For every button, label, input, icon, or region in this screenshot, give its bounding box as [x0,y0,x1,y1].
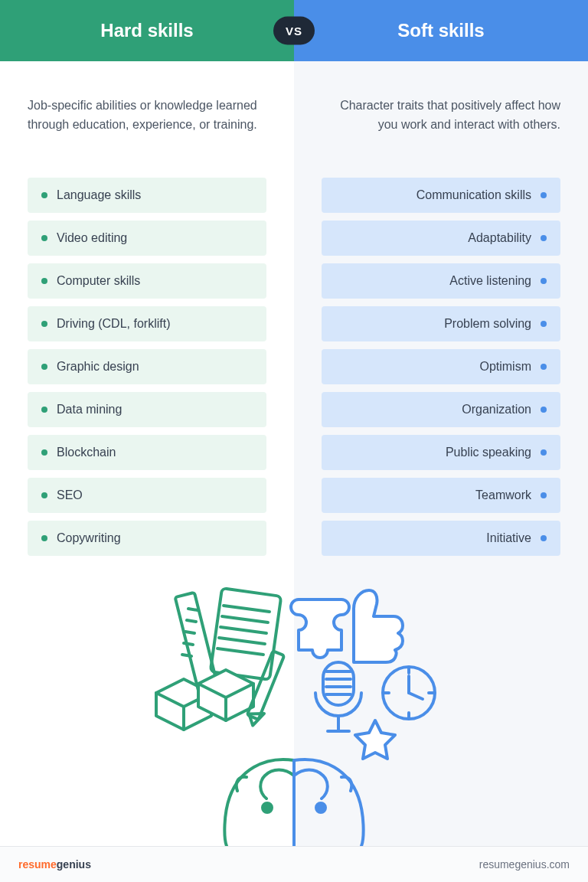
hard-skill-label: Language skills [57,188,141,202]
soft-skill-item: Problem solving [322,306,560,341]
bullet-icon [541,192,547,198]
hard-skill-label: Copywriting [57,531,121,545]
hard-skill-item: Data mining [28,392,266,427]
hard-skill-item: Video editing [28,220,266,256]
soft-skills-description: Character traits that positively affect … [322,96,560,156]
soft-skill-item: Initiative [322,521,560,556]
header-right-title: Soft skills [397,20,484,41]
hard-skill-label: Driving (CDL, forklift) [57,317,170,331]
bullet-icon [41,364,47,370]
soft-skills-column: Character traits that positively affect … [294,61,588,846]
soft-skill-label: Problem solving [444,317,531,331]
soft-skill-label: Initiative [486,531,531,545]
vs-badge: VS [273,17,315,45]
footer-url: resumegenius.com [479,858,570,871]
soft-skill-label: Communication skills [416,188,531,202]
soft-skill-label: Public speaking [446,446,531,459]
soft-skill-label: Adaptability [468,231,531,245]
soft-skill-item: Organization [322,392,560,427]
hard-skill-label: SEO [57,488,83,502]
bullet-icon [41,192,47,198]
hard-skill-label: Data mining [57,403,122,416]
soft-skill-label: Optimism [479,360,531,374]
footer: resumegenius resumegenius.com [0,846,588,882]
soft-skill-item: Adaptability [322,220,560,256]
hard-skill-item: Graphic design [28,349,266,384]
soft-skill-item: Active listening [322,263,560,299]
hard-skill-item: Driving (CDL, forklift) [28,306,266,341]
hard-skill-label: Computer skills [57,274,140,288]
header-hard-skills: Hard skills [0,0,294,61]
bullet-icon [41,492,47,498]
bullet-icon [41,407,47,413]
hard-skill-item: Language skills [28,178,266,213]
vs-label: VS [286,24,302,38]
content: Job-specific abilities or knowledge lear… [0,61,588,846]
soft-skill-label: Teamwork [475,488,531,502]
brand-part-b: genius [57,858,91,871]
bullet-icon [41,449,47,456]
bullet-icon [41,535,47,541]
brand-logo: resumegenius [18,858,91,871]
bullet-icon [541,535,547,541]
bullet-icon [541,492,547,498]
bullet-icon [541,364,547,370]
bullet-icon [541,235,547,241]
hard-skill-item: Blockchain [28,435,266,470]
soft-skill-label: Active listening [449,274,531,288]
brand-part-a: resume [18,858,57,871]
hard-skills-description: Job-specific abilities or knowledge lear… [28,96,266,156]
hard-skill-label: Blockchain [57,446,116,459]
header-left-title: Hard skills [100,20,193,41]
hard-skills-column: Job-specific abilities or knowledge lear… [0,61,294,846]
soft-skill-item: Teamwork [322,478,560,513]
hard-skills-list: Language skillsVideo editingComputer ski… [28,178,266,556]
hard-skill-item: Copywriting [28,521,266,556]
bullet-icon [41,235,47,241]
bullet-icon [41,278,47,284]
hard-skill-item: SEO [28,478,266,513]
hard-skill-label: Video editing [57,231,127,245]
soft-skill-item: Communication skills [322,178,560,213]
bullet-icon [541,449,547,456]
soft-skill-item: Public speaking [322,435,560,470]
bullet-icon [541,407,547,413]
header-soft-skills: Soft skills [294,0,588,61]
soft-skill-label: Organization [462,403,531,416]
bullet-icon [541,321,547,327]
hard-skill-label: Graphic design [57,360,139,374]
soft-skill-item: Optimism [322,349,560,384]
header: Hard skills Soft skills VS [0,0,588,61]
bullet-icon [541,278,547,284]
hard-skill-item: Computer skills [28,263,266,299]
soft-skills-list: Communication skillsAdaptabilityActive l… [322,178,560,556]
bullet-icon [41,321,47,327]
